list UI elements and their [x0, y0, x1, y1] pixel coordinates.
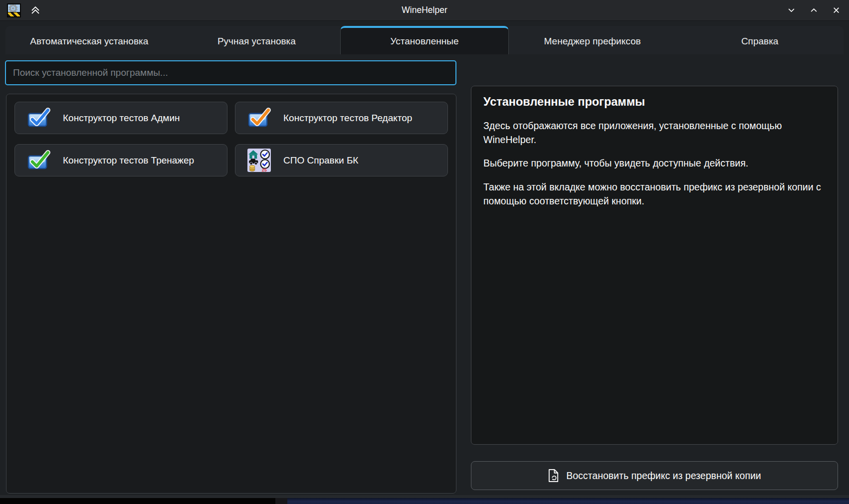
taskbar-segment — [275, 498, 287, 504]
program-card-editor[interactable]: Конструктор тестов Редактор — [235, 102, 448, 134]
info-paragraph: Выберите программу, чтобы увидеть доступ… — [483, 157, 826, 170]
tab-prefix-manager[interactable]: Менеджер префиксов — [509, 26, 676, 54]
titlebar: ⚙ WineHelper — [0, 0, 849, 21]
program-card-spo-spravki[interactable]: 25 СПО Справки БК — [235, 144, 448, 176]
minimize-chevron-down-icon — [787, 6, 796, 14]
checkbox-orange-check-icon — [247, 107, 271, 129]
restore-backup-document-icon — [548, 469, 559, 483]
restore-button-label: Восстановить префикс из резервной копии — [566, 470, 761, 482]
taskbar-segment — [287, 498, 849, 504]
tab-installed[interactable]: Установленные — [340, 26, 509, 54]
maximize-chevron-up-icon — [810, 6, 818, 14]
installed-programs-panel: Конструктор тестов Админ Конструктор тес… — [6, 94, 456, 494]
app-gear-hazard-icon: ⚙ — [7, 3, 21, 17]
checkbox-blue-check-icon — [27, 107, 50, 129]
close-button[interactable] — [831, 4, 842, 16]
svg-text:25: 25 — [262, 168, 267, 172]
spo-spravki-bk-icon: 25 — [247, 149, 271, 172]
program-card-admin[interactable]: Конструктор тестов Админ — [14, 102, 227, 134]
program-name: Конструктор тестов Админ — [63, 113, 180, 124]
installed-info-panel: Установленные программы Здесь отображают… — [471, 86, 838, 445]
tab-bar: Автоматическая установка Ручная установк… — [5, 26, 844, 54]
checkbox-green-check-icon — [27, 150, 50, 171]
window-controls — [786, 4, 842, 16]
program-name: СПО Справки БК — [283, 155, 358, 166]
taskbar-segment — [0, 498, 275, 504]
shade-double-chevron-up-icon — [30, 5, 41, 15]
program-card-trainer[interactable]: Конструктор тестов Тренажер — [14, 144, 227, 176]
maximize-button[interactable] — [808, 4, 820, 16]
tab-automatic-install[interactable]: Автоматическая установка — [5, 26, 173, 54]
window-title: WineHelper — [0, 5, 849, 15]
restore-prefix-button[interactable]: Восстановить префикс из резервной копии — [471, 461, 838, 490]
shade-window-button[interactable] — [29, 4, 42, 16]
program-name: Конструктор тестов Тренажер — [63, 155, 194, 166]
info-paragraph: Здесь отображаются все приложения, устан… — [483, 119, 826, 147]
search-input[interactable] — [5, 60, 456, 85]
info-title: Установленные программы — [483, 95, 826, 109]
minimize-button[interactable] — [786, 4, 797, 16]
info-paragraph: Также на этой вкладке можно восстановить… — [483, 180, 826, 208]
program-name: Конструктор тестов Редактор — [283, 113, 412, 124]
tab-help[interactable]: Справка — [676, 26, 844, 54]
tab-manual-install[interactable]: Ручная установка — [173, 26, 341, 54]
taskbar-strip — [0, 498, 849, 504]
close-x-icon — [832, 6, 841, 14]
